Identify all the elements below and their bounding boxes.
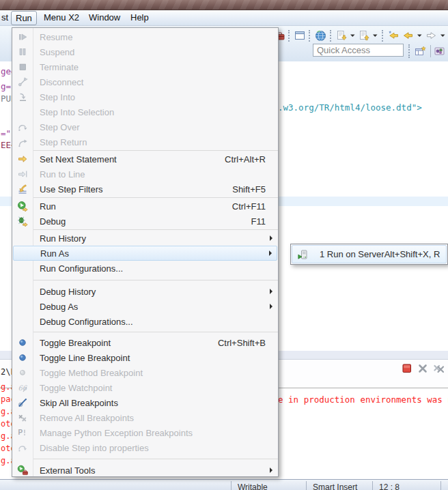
menu-item-label: Debug History bbox=[40, 287, 96, 297]
statusbar-separator bbox=[372, 481, 373, 490]
statusbar-writable: Writable bbox=[238, 482, 268, 490]
menu-item-label: Set Next Statement bbox=[40, 154, 117, 164]
menu-item-label: External Tools bbox=[40, 465, 95, 476]
menu-item-remove-all-breakpoints: Remove All Breakpoints bbox=[12, 410, 278, 425]
menu-item-label: Step Return bbox=[40, 137, 87, 147]
submenu-arrow-icon bbox=[270, 304, 272, 309]
toolbar-row-2 bbox=[408, 44, 445, 59]
menu-separator bbox=[12, 455, 278, 463]
menu-item-label: Run As bbox=[40, 248, 69, 259]
menu-item-set-next-statement[interactable]: Set Next StatementCtrl+Alt+R bbox=[12, 152, 278, 167]
menu-item-toggle-breakpoint[interactable]: Toggle BreakpointCtrl+Shift+B bbox=[12, 335, 278, 350]
quick-access-input[interactable] bbox=[313, 44, 404, 57]
breakpoint-blue-icon bbox=[12, 337, 33, 348]
menu-item-step-into: Step Into bbox=[12, 89, 278, 104]
remove-launch-icon[interactable] bbox=[418, 362, 428, 375]
toolbar-separator bbox=[288, 30, 291, 42]
submenu-item-label: 1 Run on Server bbox=[320, 249, 384, 259]
debug-icon bbox=[12, 216, 33, 227]
dropdown-caret-icon[interactable] bbox=[440, 29, 446, 42]
menu-item-shortcut: Shift+F5 bbox=[232, 184, 272, 194]
window-icon[interactable] bbox=[294, 29, 305, 42]
titlebar-sheen bbox=[0, 0, 448, 10]
menu-item-debug-configurations[interactable]: Debug Configurations... bbox=[12, 314, 278, 329]
menu-item-label: Disable Step into properties bbox=[40, 443, 149, 453]
menu-item-run-as[interactable]: Run As bbox=[13, 246, 277, 261]
menubar-item-run[interactable]: Run bbox=[11, 11, 37, 25]
back-arrow-icon[interactable] bbox=[402, 29, 414, 42]
console-toolbar bbox=[402, 362, 445, 375]
submenu-item-shortcut: Alt+Shift+X, R bbox=[384, 249, 447, 259]
menu-item-label: Toggle Method Breakpoint bbox=[40, 368, 143, 378]
menu-item-debug[interactable]: DebugF11 bbox=[12, 214, 278, 229]
title-bar bbox=[0, 0, 448, 10]
menu-item-label: Debug Configurations... bbox=[40, 317, 133, 327]
statusbar-cursor-position: 12 : 8 bbox=[379, 482, 400, 490]
menu-item-run-history[interactable]: Run History bbox=[12, 231, 278, 246]
last-edit-location-icon[interactable] bbox=[388, 29, 400, 42]
menu-item-toggle-line-breakpoint[interactable]: Toggle Line Breakpoint bbox=[12, 350, 278, 365]
menu-separator bbox=[12, 329, 278, 335]
menu-item-label: Terminate bbox=[40, 62, 79, 72]
menu-item-skip-all-breakpoints[interactable]: Skip All Breakpoints bbox=[12, 395, 278, 410]
menu-item-label: Debug bbox=[40, 216, 66, 227]
toolbar-separator bbox=[382, 30, 384, 42]
submenu-item-1-run-on-server[interactable]: 1 Run on ServerAlt+Shift+X, R bbox=[292, 245, 447, 263]
dropdown-caret-icon[interactable] bbox=[372, 29, 378, 42]
disable-step-icon bbox=[12, 442, 33, 453]
web-browser-icon[interactable] bbox=[315, 29, 326, 42]
resume-icon bbox=[12, 31, 33, 42]
external-tools-icon bbox=[12, 465, 33, 476]
menu-item-label: Run History bbox=[40, 233, 86, 244]
toolbar-row-1 bbox=[275, 28, 446, 43]
menu-item-debug-history[interactable]: Debug History bbox=[12, 284, 278, 299]
menu-item-run[interactable]: RunCtrl+F11 bbox=[12, 199, 278, 214]
menu-item-label: Toggle Line Breakpoint bbox=[40, 353, 130, 363]
eclipse-window: { "menubar": { "items": [ {"label": "st"… bbox=[0, 0, 448, 490]
menu-item-label: Use Step Filters bbox=[40, 184, 102, 194]
menu-item-shortcut: Ctrl+Alt+R bbox=[225, 154, 272, 164]
remove-all-launches-icon[interactable] bbox=[434, 362, 445, 375]
run-as-submenu: 1 Run on ServerAlt+Shift+X, R bbox=[290, 244, 448, 265]
menubar-item-menu-x2[interactable]: Menu X2 bbox=[40, 10, 83, 25]
run-menu-dropdown: ResumeSuspendTerminateDisconnectStep Int… bbox=[12, 27, 279, 477]
menu-item-label: Run to Line bbox=[40, 169, 85, 179]
next-annotation-icon[interactable] bbox=[336, 29, 347, 42]
menu-item-step-return: Step Return bbox=[12, 134, 278, 149]
menu-item-shortcut: F11 bbox=[251, 216, 272, 227]
menu-item-label: Resume bbox=[40, 32, 72, 42]
menu-item-label: Run Configurations... bbox=[40, 263, 123, 274]
toolbar-separator bbox=[309, 30, 311, 42]
menu-item-toggle-method-breakpoint: Toggle Method Breakpoint bbox=[12, 365, 278, 380]
open-perspective-icon[interactable] bbox=[415, 44, 427, 58]
menu-item-manage-python-exception-breakpoints: PManage Python Exception Breakpoints bbox=[12, 425, 278, 440]
menu-item-use-step-filters[interactable]: Use Step FiltersShift+F5 bbox=[12, 182, 278, 197]
menu-item-disable-step-into-properties: Disable Step into properties bbox=[12, 440, 278, 455]
terminate-red-icon[interactable] bbox=[402, 362, 412, 375]
dropdown-caret-icon[interactable] bbox=[350, 29, 356, 42]
submenu-arrow-icon bbox=[270, 235, 272, 241]
menu-item-resume: Resume bbox=[12, 29, 278, 44]
dropdown-caret-icon[interactable] bbox=[417, 29, 423, 42]
menu-item-label: Toggle Watchpoint bbox=[40, 383, 112, 393]
menu-item-step-over: Step Over bbox=[12, 119, 278, 134]
menubar-item-window[interactable]: Window bbox=[85, 10, 124, 25]
menu-item-shortcut: Ctrl+Shift+B bbox=[218, 338, 272, 348]
menu-item-debug-as[interactable]: Debug As bbox=[12, 299, 278, 314]
statusbar-separator bbox=[306, 481, 307, 490]
statusbar-separator bbox=[440, 481, 441, 490]
menu-item-label: Suspend bbox=[40, 47, 74, 57]
menu-separator bbox=[12, 276, 278, 284]
menu-item-run-configurations[interactable]: Run Configurations... bbox=[12, 261, 278, 276]
editor-code-line: .w3.org/TR/html4/loose.dtd"> bbox=[278, 102, 422, 113]
perspective-icon[interactable] bbox=[434, 44, 445, 58]
toolbar-divider bbox=[430, 45, 431, 57]
menu-item-external-tools[interactable]: External Tools bbox=[12, 463, 278, 478]
menu-item-label: Disconnect bbox=[40, 77, 83, 87]
statusbar-insert-mode: Smart Insert bbox=[313, 482, 357, 490]
prev-annotation-icon[interactable] bbox=[359, 29, 369, 42]
menu-bar: st Run Menu X2 Window Help bbox=[0, 10, 448, 26]
menu-item-terminate: Terminate bbox=[12, 59, 278, 74]
menubar-item-help[interactable]: Help bbox=[126, 10, 153, 25]
forward-arrow-icon[interactable] bbox=[425, 29, 437, 42]
